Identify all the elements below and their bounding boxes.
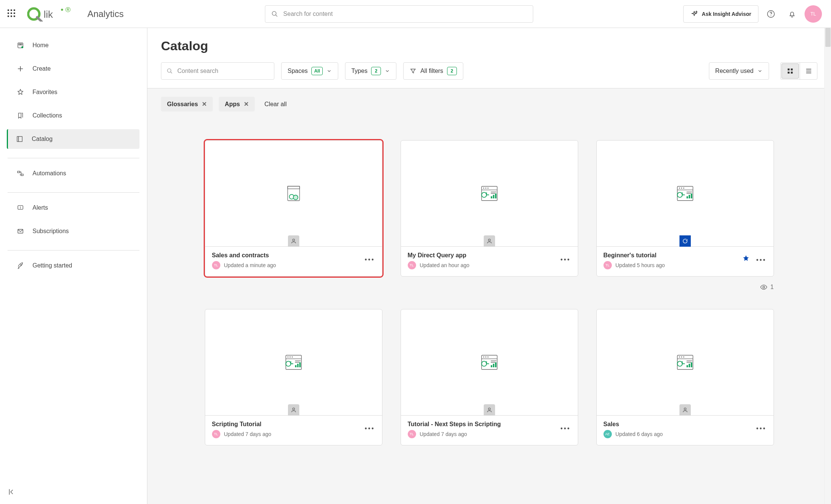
svg-point-75 [567,428,569,430]
svg-rect-20 [788,68,789,70]
sort-label: Recently used [715,68,754,74]
svg-point-27 [293,195,298,199]
reloading-icon [679,235,691,247]
sidebar-item-alerts[interactable]: Alerts [8,198,139,218]
card-updated: Updated 7 days ago [420,431,467,437]
filter-types[interactable]: Types 2 [345,62,397,80]
scrollbar[interactable] [824,28,831,504]
card-more-button[interactable] [755,423,767,432]
svg-point-83 [684,408,686,410]
content-search[interactable] [161,62,274,80]
filter-spaces[interactable]: Spaces All [281,62,338,80]
chip-apps[interactable]: Apps ✕ [219,97,255,111]
svg-point-30 [368,259,370,261]
sort-dropdown[interactable]: Recently used [709,62,769,80]
card-more-button[interactable] [755,255,767,264]
svg-point-18 [20,264,22,266]
card-beginners-tutorial[interactable]: Beginner's tutorial TL Updated 5 hours a… [596,140,774,277]
card-my-direct-query-app[interactable]: My Direct Query app TL Updated an hour a… [401,140,578,277]
svg-rect-12 [19,136,22,141]
chip-glossaries[interactable]: Glossaries ✕ [161,97,213,111]
card-updated: Updated an hour ago [420,262,470,268]
collapse-sidebar-button[interactable] [7,487,17,497]
sidebar-item-label: Home [32,42,49,49]
chip-remove-icon[interactable]: ✕ [202,100,207,108]
view-list-button[interactable] [800,63,817,79]
filter-all[interactable]: All filters 2 [403,62,463,80]
owner-avatar: TL [212,430,220,438]
svg-point-40 [560,259,562,261]
catalog-icon [16,135,23,143]
sidebar-item-label: Alerts [32,204,48,211]
favorite-star-icon[interactable] [742,254,750,264]
sidebar-item-label: Create [32,65,51,72]
search-icon [271,11,278,17]
filter-spaces-badge: All [311,67,322,75]
svg-point-2 [61,8,63,11]
svg-rect-59 [297,364,299,367]
card-title: Sales [604,421,755,428]
view-count-value: 1 [771,284,774,291]
card-sales-and-contracts[interactable]: Sales and contracts TL Updated a minute … [205,140,382,277]
card-scripting-tutorial[interactable]: Scripting Tutorial TL Updated 7 days ago [205,309,382,445]
svg-point-77 [679,357,680,358]
svg-point-79 [683,357,684,358]
card-updated: Updated a minute ago [224,262,276,268]
card-more-button[interactable] [363,254,375,263]
sidebar-item-getting-started[interactable]: Getting started [8,256,139,275]
chevron-down-icon [385,68,390,74]
svg-point-67 [485,357,486,358]
notifications-icon[interactable] [783,5,801,23]
svg-rect-37 [493,195,494,198]
sidebar-item-label: Getting started [32,262,72,269]
filters-toolbar: Spaces All Types 2 All filters 2 Recentl [161,62,817,88]
global-search[interactable] [265,5,533,23]
svg-rect-8 [19,44,20,45]
clear-all-button[interactable]: Clear all [265,101,287,108]
sidebar-item-automations[interactable]: Automations [8,164,139,183]
card-tutorial-next-steps[interactable]: Tutorial - Next Steps in Scripting TL Up… [401,309,578,445]
svg-point-86 [763,428,765,430]
svg-rect-23 [791,72,793,74]
ask-insight-advisor-label: Ask Insight Advisor [702,11,751,17]
svg-rect-60 [299,362,301,367]
svg-text:®: ® [65,6,71,14]
svg-text:lik: lik [43,8,53,20]
sidebar-item-collections[interactable]: Collections [8,106,139,125]
svg-rect-25 [288,186,300,189]
svg-point-55 [287,357,288,358]
sidebar-item-favorites[interactable]: Favorites [8,82,139,102]
scrollbar-thumb[interactable] [825,28,831,47]
svg-rect-13 [18,171,20,173]
mail-icon [17,227,24,235]
svg-rect-80 [686,365,688,368]
sidebar-item-home[interactable]: Home [8,36,139,55]
global-search-input[interactable] [283,10,527,18]
qlik-logo[interactable]: lik ® [27,6,80,22]
card-sales[interactable]: Sales AE Updated 6 days ago [596,309,774,445]
card-more-button[interactable] [363,423,375,432]
sidebar-item-label: Collections [32,112,62,119]
app-launcher-icon[interactable] [8,9,17,19]
sidebar-item-label: Catalog [32,136,53,142]
svg-rect-70 [493,364,494,367]
chip-label: Apps [225,101,240,108]
sidebar-item-catalog[interactable]: Catalog [7,129,139,149]
card-more-button[interactable] [559,423,571,432]
filter-types-label: Types [351,68,368,74]
svg-point-74 [564,428,566,430]
user-avatar[interactable]: TL [805,5,822,23]
card-title: Tutorial - Next Steps in Scripting [408,421,559,428]
sidebar-item-create[interactable]: Create [8,59,139,79]
sidebar: Home Create Favorites Collections Catalo [0,28,147,504]
help-icon[interactable] [762,5,780,23]
star-icon [17,88,24,96]
content-area: Glossaries ✕ Apps ✕ Clear all [147,88,831,504]
card-more-button[interactable] [559,254,571,263]
chip-remove-icon[interactable]: ✕ [244,100,249,108]
personal-space-icon [288,404,299,416]
sidebar-item-subscriptions[interactable]: Subscriptions [8,221,139,241]
content-search-input[interactable] [176,67,269,75]
ask-insight-advisor-button[interactable]: Ask Insight Advisor [683,5,758,23]
view-grid-button[interactable] [781,63,799,79]
